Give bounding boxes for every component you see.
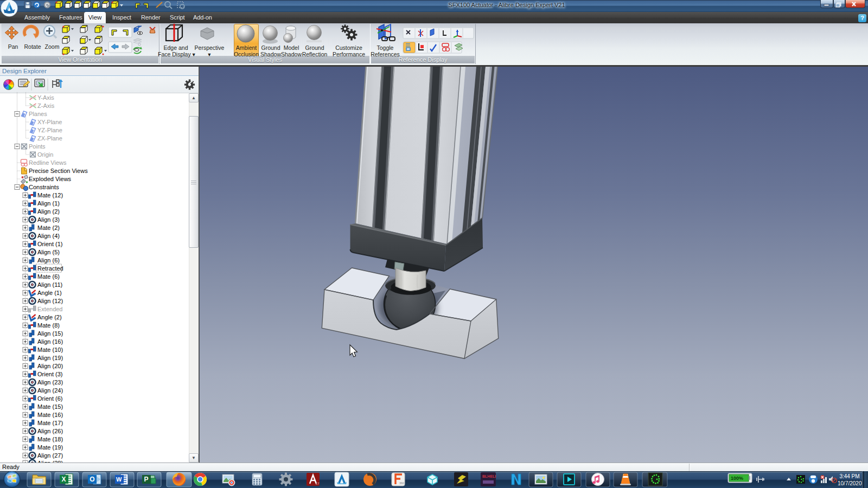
svg-text:Align (15): Align (15) xyxy=(37,330,63,337)
svg-text:Mate (16): Mate (16) xyxy=(37,412,63,418)
svg-text:Mate (10): Mate (10) xyxy=(37,346,63,353)
svg-text:Align (16): Align (16) xyxy=(37,338,63,345)
svg-text:BLHELI: BLHELI xyxy=(482,474,496,478)
svg-text:Mate (12): Mate (12) xyxy=(37,192,63,198)
svg-text:Orient (3): Orient (3) xyxy=(37,371,62,377)
svg-text:Exploded Views: Exploded Views xyxy=(29,176,72,182)
svg-text:YZ-Plane: YZ-Plane xyxy=(37,127,62,133)
svg-text:Mate (6): Mate (6) xyxy=(37,273,60,280)
svg-text:Align (4): Align (4) xyxy=(37,233,60,239)
svg-text:Mate (8): Mate (8) xyxy=(37,322,60,329)
svg-text:Retracted: Retracted xyxy=(37,265,63,272)
svg-text:XY-Plane: XY-Plane xyxy=(37,119,62,125)
svg-text:100%: 100% xyxy=(731,476,743,481)
svg-text:X: X xyxy=(62,476,66,483)
svg-text:LT: LT xyxy=(316,482,320,485)
svg-text:O: O xyxy=(90,476,94,483)
svg-text:Angle (2): Angle (2) xyxy=(37,314,62,320)
svg-text:Align (12): Align (12) xyxy=(37,298,63,304)
svg-text:Planes: Planes xyxy=(29,111,47,117)
svg-text:Origin: Origin xyxy=(37,151,53,158)
svg-text:Mate (15): Mate (15) xyxy=(37,403,63,410)
svg-text:Extended: Extended xyxy=(37,306,62,312)
svg-text:Align (24): Align (24) xyxy=(37,387,63,394)
svg-text:Z-Axis: Z-Axis xyxy=(37,102,55,109)
svg-text:P: P xyxy=(144,476,149,483)
svg-text:Align (2): Align (2) xyxy=(37,208,60,215)
svg-text:Align (6): Align (6) xyxy=(37,257,60,264)
svg-text:Precise Section Views: Precise Section Views xyxy=(29,168,88,174)
svg-text:Align (19): Align (19) xyxy=(37,355,63,361)
svg-text:Align (26): Align (26) xyxy=(37,428,63,434)
svg-text:ZX-Plane: ZX-Plane xyxy=(37,135,62,142)
svg-text:Align (3): Align (3) xyxy=(37,216,60,223)
svg-text:Mate (17): Mate (17) xyxy=(37,420,63,426)
svg-text:Orient (6): Orient (6) xyxy=(37,395,62,402)
svg-text:Align (5): Align (5) xyxy=(37,249,60,255)
svg-text:Mate (2): Mate (2) xyxy=(37,224,60,231)
svg-text:Align (27): Align (27) xyxy=(37,452,63,459)
svg-text:Mate (19): Mate (19) xyxy=(37,444,63,451)
svg-text:Redline Views: Redline Views xyxy=(29,159,67,166)
svg-text:Y-Axis: Y-Axis xyxy=(37,94,54,101)
svg-text:W: W xyxy=(116,476,122,483)
svg-text:Orient (1): Orient (1) xyxy=(37,241,62,247)
svg-text:Points: Points xyxy=(29,143,46,150)
svg-text:Align (20): Align (20) xyxy=(37,363,63,369)
svg-text:Align (1): Align (1) xyxy=(37,200,60,207)
svg-text:Angle (1): Angle (1) xyxy=(37,290,62,296)
svg-text:Constraints: Constraints xyxy=(29,184,59,190)
svg-text:Mate (18): Mate (18) xyxy=(37,436,63,442)
svg-text:Align (11): Align (11) xyxy=(37,281,62,288)
svg-text:Align (23): Align (23) xyxy=(37,379,63,386)
svg-text:360: 360 xyxy=(399,481,404,485)
